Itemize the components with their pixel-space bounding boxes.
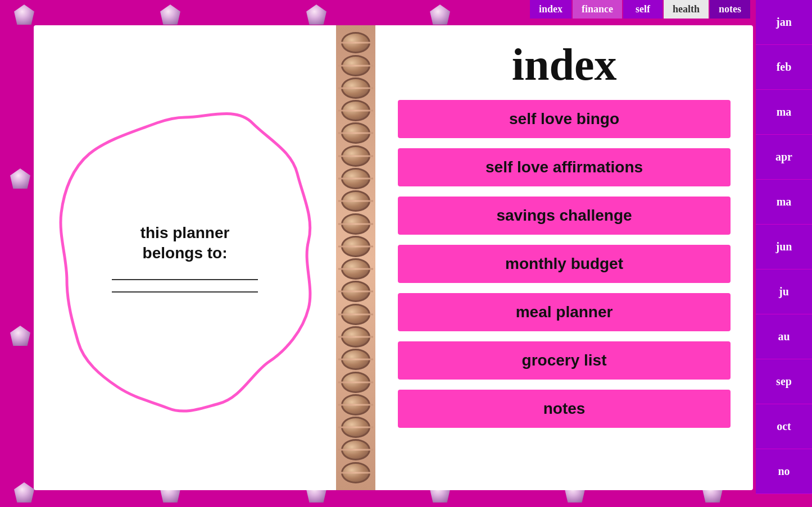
spiral-ring bbox=[341, 100, 370, 121]
spiral-ring bbox=[341, 213, 370, 235]
index-item-notes[interactable]: notes bbox=[398, 390, 731, 428]
name-line-1 bbox=[112, 279, 258, 280]
index-item-label: monthly budget bbox=[505, 255, 623, 272]
tab-self[interactable]: self bbox=[623, 0, 663, 19]
name-line-2 bbox=[112, 291, 258, 293]
index-item-self-love-affirmations[interactable]: self love affirmations bbox=[398, 148, 731, 186]
spiral-ring bbox=[341, 304, 370, 325]
month-feb[interactable]: feb bbox=[756, 45, 812, 90]
tab-finance[interactable]: finance bbox=[573, 0, 622, 19]
spiral-ring bbox=[341, 145, 370, 167]
top-nav: index finance self health notes bbox=[530, 0, 750, 19]
index-item-grocery-list[interactable]: grocery list bbox=[398, 341, 731, 380]
month-jun[interactable]: jun bbox=[756, 225, 812, 270]
left-page: this planner belongs to: bbox=[34, 25, 336, 490]
month-sep[interactable]: sep bbox=[756, 359, 812, 404]
diamond-decor bbox=[10, 326, 30, 346]
spiral-ring bbox=[341, 55, 370, 76]
spiral-ring bbox=[341, 394, 370, 415]
month-apr[interactable]: apr bbox=[756, 135, 812, 180]
index-item-label: savings challenge bbox=[496, 207, 632, 224]
spiral-ring bbox=[341, 349, 370, 370]
right-page: index self love bingo self love affirmat… bbox=[375, 25, 753, 490]
spiral-ring bbox=[341, 281, 370, 302]
planner-container: this planner belongs to: index bbox=[34, 25, 753, 490]
spiral-ring bbox=[341, 32, 370, 53]
month-may[interactable]: ma bbox=[756, 180, 812, 225]
diamond-decor bbox=[14, 4, 34, 25]
planner-belongs-text: this planner bbox=[112, 223, 258, 243]
index-item-label: grocery list bbox=[522, 351, 607, 369]
month-jul[interactable]: ju bbox=[756, 270, 812, 314]
spiral-ring bbox=[341, 417, 370, 438]
spiral-ring bbox=[341, 168, 370, 189]
tab-index[interactable]: index bbox=[530, 0, 571, 19]
month-nov[interactable]: no bbox=[756, 449, 812, 494]
diamond-decor bbox=[306, 4, 326, 25]
month-aug[interactable]: au bbox=[756, 314, 812, 359]
spiral-ring bbox=[341, 372, 370, 393]
spiral-ring bbox=[341, 258, 370, 280]
index-item-label: meal planner bbox=[516, 303, 613, 321]
diamond-decor bbox=[10, 168, 30, 189]
spiral-ring bbox=[341, 462, 370, 483]
index-item-self-love-bingo[interactable]: self love bingo bbox=[398, 100, 731, 138]
index-title: index bbox=[512, 42, 617, 87]
month-tabs: jan feb ma apr ma jun ju au sep oct no bbox=[756, 0, 812, 494]
spiral-ring bbox=[341, 236, 370, 257]
index-item-monthly-budget[interactable]: monthly budget bbox=[398, 245, 731, 283]
month-mar[interactable]: ma bbox=[756, 90, 812, 135]
index-item-label: notes bbox=[543, 400, 586, 417]
spiral-ring bbox=[341, 190, 370, 212]
month-oct[interactable]: oct bbox=[756, 404, 812, 449]
index-item-label: self love bingo bbox=[509, 110, 619, 127]
planner-belongs-text2: belongs to: bbox=[112, 243, 258, 263]
tab-health[interactable]: health bbox=[664, 0, 709, 19]
spiral-binding bbox=[336, 25, 375, 490]
diamond-decor bbox=[160, 4, 180, 25]
diamond-decor bbox=[430, 4, 450, 25]
index-item-meal-planner[interactable]: meal planner bbox=[398, 293, 731, 331]
spiral-ring bbox=[341, 122, 370, 144]
spiral-ring bbox=[341, 77, 370, 99]
index-item-savings-challenge[interactable]: savings challenge bbox=[398, 197, 731, 235]
tab-notes[interactable]: notes bbox=[710, 0, 750, 19]
index-item-label: self love affirmations bbox=[486, 158, 643, 176]
badge-content: this planner belongs to: bbox=[101, 212, 269, 304]
spiral-ring bbox=[341, 439, 370, 460]
month-jan[interactable]: jan bbox=[756, 0, 812, 45]
spiral-ring bbox=[341, 326, 370, 348]
diamond-decor bbox=[14, 482, 34, 503]
badge-frame: this planner belongs to: bbox=[56, 101, 314, 415]
